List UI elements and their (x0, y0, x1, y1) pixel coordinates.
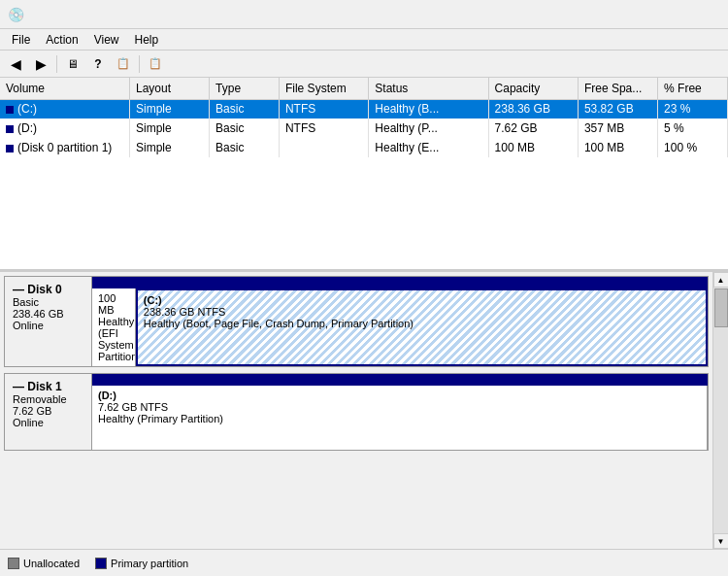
cell-type: Basic (210, 119, 280, 138)
disk-label: — Disk 0 Basic 238.46 GB Online (5, 277, 92, 366)
toolbar-separator-1 (56, 55, 57, 73)
partition-description: Healthy (Boot, Page File, Crash Dump, Pr… (144, 318, 700, 329)
upper-panel: Volume Layout Type File System Status Ca… (0, 78, 728, 272)
cell-freespace: 53.82 GB (578, 99, 657, 119)
table-header-row: Volume Layout Type File System Status Ca… (0, 78, 728, 99)
properties-button[interactable]: 📋 (112, 53, 135, 75)
title-bar: 💿 (0, 0, 728, 29)
legend-primary-box (95, 558, 107, 569)
legend-bar: Unallocated Primary partition (0, 549, 728, 576)
cell-freespace: 357 MB (578, 119, 657, 138)
help-button[interactable]: ? (86, 53, 110, 75)
cell-capacity: 238.36 GB (488, 99, 578, 119)
partition[interactable]: (D:)7.62 GB NTFSHealthy (Primary Partiti… (92, 386, 708, 450)
disk-type: Removable (13, 393, 83, 405)
cell-filesystem: NTFS (279, 99, 368, 119)
col-header-capacity[interactable]: Capacity (488, 78, 578, 99)
disk-size: 7.62 GB (13, 405, 83, 417)
cell-capacity: 7.62 GB (488, 119, 578, 138)
cell-status: Healthy (B... (369, 99, 488, 119)
disk-type: Basic (13, 296, 83, 308)
col-header-percentfree[interactable]: % Free (658, 78, 728, 99)
cell-capacity: 100 MB (488, 138, 578, 157)
cell-type: Basic (210, 138, 280, 157)
disk-status: Online (13, 417, 83, 428)
partition[interactable]: 100 MBHealthy (EFI System Partition) (92, 288, 136, 366)
maximize-button[interactable] (629, 0, 674, 29)
cell-filesystem (279, 138, 368, 157)
cell-volume: (D:) (0, 119, 129, 138)
back-button[interactable]: ◀ (4, 53, 27, 75)
disk-name: — Disk 1 (13, 380, 83, 393)
partition-size: 7.62 GB NTFS (98, 401, 701, 413)
partition-size: 100 MB (98, 292, 129, 316)
cell-status: Healthy (P... (369, 119, 488, 138)
vertical-scrollbar[interactable]: ▲ ▼ (712, 272, 728, 549)
menu-bar: File Action View Help (0, 29, 728, 51)
table-row[interactable]: (C:)SimpleBasicNTFSHealthy (B...238.36 G… (0, 99, 728, 119)
menu-action[interactable]: Action (38, 31, 85, 49)
legend-unallocated-label: Unallocated (23, 558, 80, 569)
cell-volume: (C:) (0, 99, 129, 119)
partition[interactable]: (C:)238.36 GB NTFSHealthy (Boot, Page Fi… (136, 288, 708, 366)
col-header-layout[interactable]: Layout (129, 78, 209, 99)
drive-indicator (6, 106, 14, 114)
col-header-type[interactable]: Type (210, 78, 280, 99)
extra-button[interactable]: 📋 (144, 53, 167, 75)
legend-unallocated-box (8, 558, 19, 569)
disk-top-bar (92, 374, 708, 386)
cell-type: Basic (210, 99, 280, 119)
table-row[interactable]: (Disk 0 partition 1)SimpleBasicHealthy (… (0, 138, 728, 157)
lower-area: — Disk 0 Basic 238.46 GB Online100 MBHea… (0, 272, 728, 549)
disk-row: — Disk 1 Removable 7.62 GB Online(D:)7.6… (4, 373, 709, 451)
disk-partitions: 100 MBHealthy (EFI System Partition)(C:)… (92, 277, 708, 366)
scroll-down-button[interactable]: ▼ (713, 533, 729, 549)
disk-partitions: (D:)7.62 GB NTFSHealthy (Primary Partiti… (92, 374, 708, 450)
menu-file[interactable]: File (4, 31, 38, 49)
cell-status: Healthy (E... (369, 138, 488, 157)
cell-layout: Simple (129, 138, 209, 157)
table-row[interactable]: (D:)SimpleBasicNTFSHealthy (P...7.62 GB3… (0, 119, 728, 138)
disk-name: — Disk 0 (13, 283, 83, 296)
toolbar: ◀ ▶ 🖥 ? 📋 📋 (0, 51, 728, 78)
legend-primary-label: Primary partition (111, 558, 188, 569)
lower-panel: — Disk 0 Basic 238.46 GB Online100 MBHea… (0, 272, 712, 549)
cell-percentfree: 100 % (658, 138, 728, 157)
toolbar-separator-2 (139, 55, 140, 73)
disk-top-bar (92, 277, 708, 288)
scroll-thumb[interactable] (714, 288, 728, 327)
partition-description: Healthy (Primary Partition) (98, 413, 701, 424)
cell-percentfree: 5 % (658, 119, 728, 138)
volume-table: Volume Layout Type File System Status Ca… (0, 78, 728, 157)
disk-partitions-row: 100 MBHealthy (EFI System Partition)(C:)… (92, 288, 708, 366)
partition-description: Healthy (EFI System Partition) (98, 316, 129, 362)
partition-label: (D:) (98, 390, 701, 401)
disk-button[interactable]: 🖥 (61, 53, 84, 75)
scroll-up-button[interactable]: ▲ (713, 272, 729, 288)
partition-label: (C:) (144, 294, 700, 306)
legend-primary: Primary partition (95, 558, 188, 569)
disk-row: — Disk 0 Basic 238.46 GB Online100 MBHea… (4, 276, 709, 367)
partition-size: 238.36 GB NTFS (144, 306, 700, 318)
forward-button[interactable]: ▶ (29, 53, 52, 75)
cell-freespace: 100 MB (578, 138, 657, 157)
cell-layout: Simple (129, 99, 209, 119)
window-controls (582, 0, 720, 29)
close-button[interactable] (676, 0, 720, 29)
drive-indicator (6, 125, 14, 133)
minimize-button[interactable] (582, 0, 627, 29)
disk-partitions-row: (D:)7.62 GB NTFSHealthy (Primary Partiti… (92, 386, 708, 450)
col-header-filesystem[interactable]: File System (279, 78, 368, 99)
col-header-freespace[interactable]: Free Spa... (578, 78, 657, 99)
cell-filesystem: NTFS (279, 119, 368, 138)
cell-layout: Simple (129, 119, 209, 138)
col-header-status[interactable]: Status (369, 78, 488, 99)
legend-unallocated: Unallocated (8, 558, 80, 569)
col-header-volume[interactable]: Volume (0, 78, 129, 99)
menu-view[interactable]: View (86, 31, 127, 49)
cell-volume: (Disk 0 partition 1) (0, 138, 129, 157)
scroll-track[interactable] (713, 288, 729, 533)
menu-help[interactable]: Help (127, 31, 167, 49)
main-content: Volume Layout Type File System Status Ca… (0, 78, 728, 576)
disk-size: 238.46 GB (13, 308, 83, 320)
